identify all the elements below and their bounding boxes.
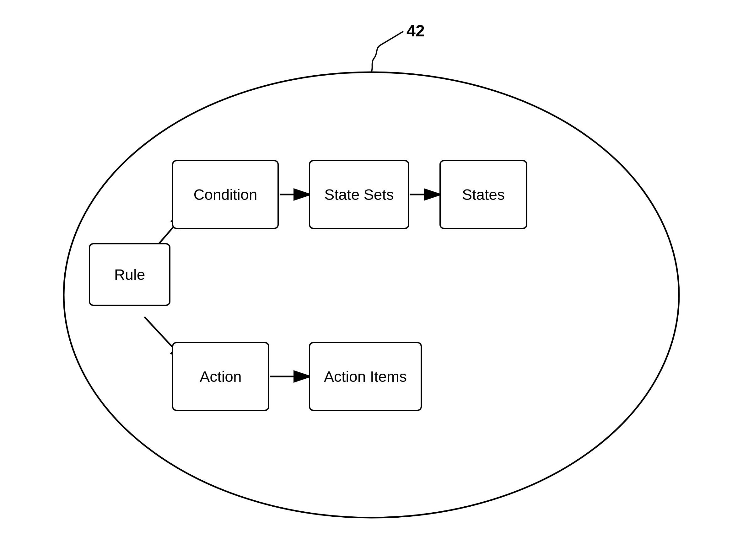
states-node: States [439,160,527,229]
reference-label: 42 [406,21,425,40]
action-label: Action [200,368,242,385]
diagram: 42 Rule Condition State Sets States Acti… [0,0,743,560]
squiggle-line [372,31,403,72]
states-label: States [462,186,505,203]
state-sets-label: State Sets [324,186,394,203]
action-node: Action [172,342,269,411]
action-items-label: Action Items [324,368,407,385]
state-sets-node: State Sets [309,160,409,229]
rule-label: Rule [114,266,145,283]
condition-node: Condition [172,160,279,229]
condition-label: Condition [194,186,257,203]
rule-node: Rule [89,243,170,306]
action-items-node: Action Items [309,342,422,411]
